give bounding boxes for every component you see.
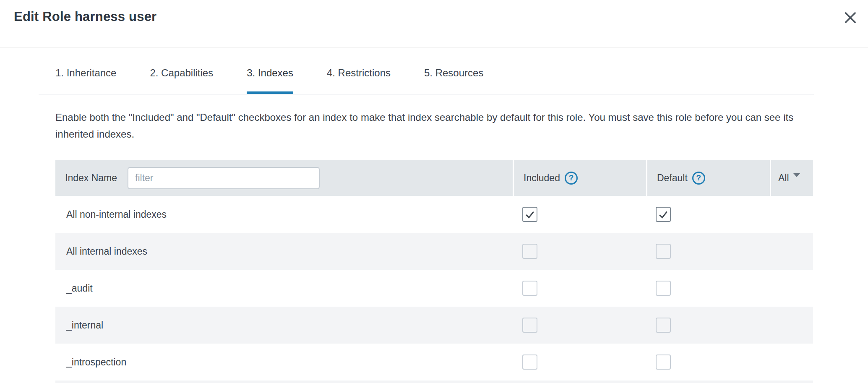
all-dropdown[interactable]: All bbox=[771, 160, 813, 196]
included-checkbox[interactable] bbox=[522, 207, 537, 222]
table-row: _audit bbox=[55, 270, 813, 307]
page-title: Edit Role harness user bbox=[14, 9, 156, 24]
included-checkbox[interactable] bbox=[522, 355, 537, 370]
filter-input[interactable] bbox=[128, 167, 320, 189]
default-checkbox[interactable] bbox=[656, 207, 671, 222]
tab-resources[interactable]: 5. Resources bbox=[424, 67, 483, 94]
tab-inheritance[interactable]: 1. Inheritance bbox=[55, 67, 116, 94]
close-icon bbox=[843, 10, 858, 25]
included-checkbox[interactable] bbox=[522, 318, 537, 333]
table-row-partial bbox=[55, 381, 813, 383]
included-checkbox[interactable] bbox=[522, 281, 537, 296]
default-checkbox[interactable] bbox=[656, 244, 671, 259]
tab-restrictions[interactable]: 4. Restrictions bbox=[327, 67, 391, 94]
column-header-included: Included ? bbox=[514, 160, 646, 196]
close-button[interactable] bbox=[842, 9, 859, 26]
index-name-cell: _audit bbox=[55, 270, 514, 307]
check-icon bbox=[657, 209, 669, 220]
column-header-index-name: Index Name bbox=[55, 160, 513, 196]
index-name-cell: All non-internal indexes bbox=[55, 196, 514, 233]
table-row: _internal bbox=[55, 307, 813, 344]
index-name-cell: _introspection bbox=[55, 344, 514, 381]
default-label: Default bbox=[657, 172, 688, 184]
tab-capabilities[interactable]: 2. Capabilities bbox=[150, 67, 213, 94]
tab-indexes[interactable]: 3. Indexes bbox=[247, 67, 293, 94]
column-header-default: Default ? bbox=[647, 160, 770, 196]
table-header-row: Index Name Included ? Default ? All bbox=[55, 160, 813, 196]
indexes-description: Enable both the "Included" and "Default"… bbox=[55, 109, 794, 143]
index-name-cell: All internal indexes bbox=[55, 233, 514, 270]
default-checkbox[interactable] bbox=[656, 355, 671, 370]
chevron-down-icon bbox=[793, 173, 800, 177]
included-checkbox[interactable] bbox=[522, 244, 537, 259]
dialog-header: Edit Role harness user bbox=[0, 0, 868, 47]
default-checkbox[interactable] bbox=[656, 318, 671, 333]
index-name-cell: _internal bbox=[55, 307, 514, 344]
table-row: All non-internal indexes bbox=[55, 196, 813, 233]
table-row: All internal indexes bbox=[55, 233, 813, 270]
default-checkbox[interactable] bbox=[656, 281, 671, 296]
tab-bar: 1. Inheritance 2. Capabilities 3. Indexe… bbox=[39, 47, 814, 94]
all-dropdown-label: All bbox=[778, 172, 789, 184]
table-row: _introspection bbox=[55, 344, 813, 381]
default-help-icon[interactable]: ? bbox=[692, 172, 705, 185]
indexes-table: Index Name Included ? Default ? All All … bbox=[55, 160, 813, 383]
included-help-icon[interactable]: ? bbox=[565, 172, 578, 185]
included-label: Included bbox=[524, 172, 560, 184]
index-name-label: Index Name bbox=[65, 172, 117, 184]
check-icon bbox=[524, 209, 536, 220]
